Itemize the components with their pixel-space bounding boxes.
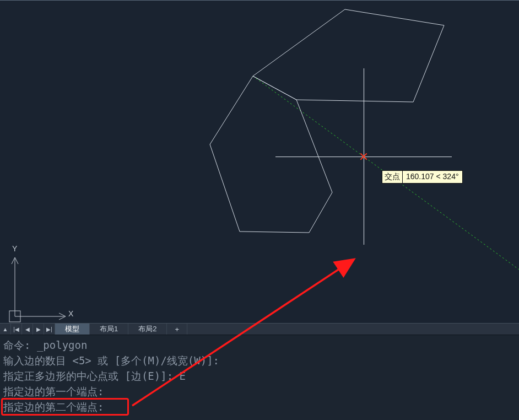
dynamic-input-tooltip: 交点 160.107 < 324° — [382, 170, 463, 184]
tab-model[interactable]: 模型 — [55, 324, 90, 335]
cmd-prompt-line: 指定边的第二个端点: — [3, 399, 516, 414]
ucs-icon: Y X — [7, 247, 78, 325]
ucs-y-label: Y — [12, 244, 17, 253]
polar-coordinate-readout: 160.107 < 324° — [403, 170, 463, 184]
cmd-history-line: 输入边的数目 <5> 或 [多个(M)/线宽(W)]: — [3, 353, 516, 368]
pentagon-top — [253, 9, 444, 102]
tabnav-prev-button[interactable]: ◀ — [22, 324, 33, 335]
tabnav-up-button[interactable]: ▲ — [0, 324, 11, 335]
cmd-history-line: 指定正多边形的中心点或 [边(E)]: E — [3, 368, 516, 384]
tab-layout2[interactable]: 布局2 — [128, 324, 167, 335]
tabnav-first-button[interactable]: |◀ — [11, 324, 22, 335]
command-window[interactable]: 命令: _polygon 输入边的数目 <5> 或 [多个(M)/线宽(W)]:… — [0, 335, 519, 420]
tab-add-button[interactable]: + — [167, 324, 187, 335]
cmd-history-line: 命令: _polygon — [3, 337, 516, 353]
snap-intersection-marker — [360, 153, 367, 160]
snap-type-label: 交点 — [382, 170, 403, 184]
layout-tabbar: ▲ |◀ ◀ ▶ ▶| 模型 布局1 布局2 + — [0, 323, 519, 335]
pentagon-bottom — [210, 76, 332, 233]
tracking-line — [253, 76, 519, 270]
tabnav-next-button[interactable]: ▶ — [33, 324, 44, 335]
tab-layout1[interactable]: 布局1 — [90, 324, 128, 335]
cmd-history-line: 指定边的第一个端点: — [3, 384, 516, 399]
drawing-canvas[interactable]: 交点 160.107 < 324° Y X — [0, 0, 519, 323]
tabnav-last-button[interactable]: ▶| — [44, 324, 55, 335]
ucs-x-label: X — [68, 309, 73, 318]
